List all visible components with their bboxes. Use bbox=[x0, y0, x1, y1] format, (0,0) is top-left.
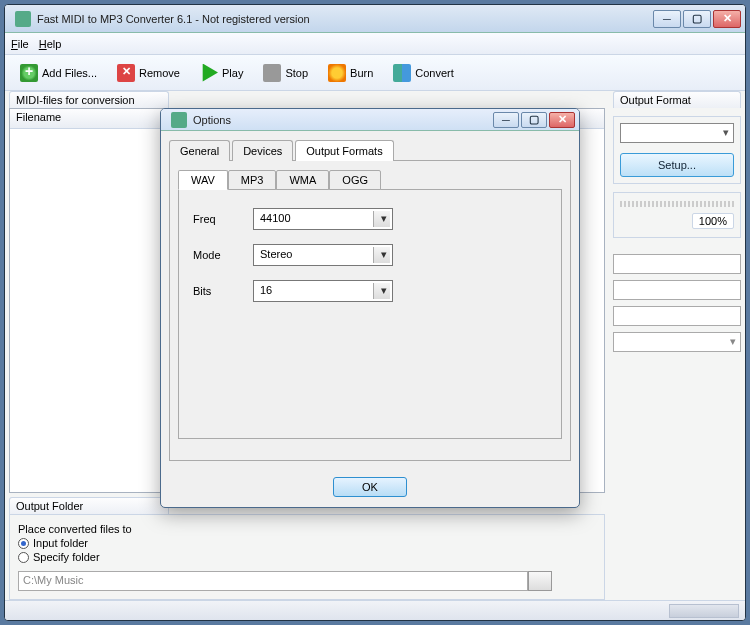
progress-percent: 100% bbox=[692, 213, 734, 229]
add-icon bbox=[20, 64, 38, 82]
progress-panel: 100% bbox=[613, 192, 741, 238]
minimize-button[interactable]: ─ bbox=[653, 10, 681, 28]
close-button[interactable]: ✕ bbox=[713, 10, 741, 28]
radio-icon bbox=[18, 552, 29, 563]
dialog-maximize-button[interactable]: ▢ bbox=[521, 112, 547, 128]
output-folder-panel: Place converted files to Input folder Sp… bbox=[9, 514, 605, 600]
tab-general[interactable]: General bbox=[169, 140, 230, 161]
freq-select[interactable]: 44100 bbox=[253, 208, 393, 230]
radio-specify-folder[interactable]: Specify folder bbox=[18, 551, 596, 563]
convert-button[interactable]: Convert bbox=[384, 59, 463, 87]
tag-combo[interactable] bbox=[613, 332, 741, 352]
main-titlebar[interactable]: Fast MIDI to MP3 Converter 6.1 - Not reg… bbox=[5, 5, 745, 33]
tag-field-1[interactable] bbox=[613, 254, 741, 274]
toolbar: Add Files... Remove Play Stop Burn Conve… bbox=[5, 55, 745, 91]
convert-icon bbox=[393, 64, 411, 82]
menu-help[interactable]: Help bbox=[39, 38, 62, 50]
dialog-close-button[interactable]: ✕ bbox=[549, 112, 575, 128]
formats-panel: WAV MP3 WMA OGG Freq 44100 Mode Stereo B… bbox=[169, 161, 571, 461]
menubar: File Help bbox=[5, 33, 745, 55]
subtab-wav[interactable]: WAV bbox=[178, 170, 228, 190]
browse-button[interactable] bbox=[528, 571, 552, 591]
remove-icon bbox=[117, 64, 135, 82]
stop-button[interactable]: Stop bbox=[254, 59, 317, 87]
progress-bar bbox=[620, 201, 734, 207]
output-format-label: Output Format bbox=[613, 91, 741, 108]
dialog-titlebar[interactable]: Options ─ ▢ ✕ bbox=[161, 109, 579, 131]
tab-output-formats[interactable]: Output Formats bbox=[295, 140, 393, 161]
resize-grip[interactable] bbox=[669, 604, 739, 618]
dialog-minimize-button[interactable]: ─ bbox=[493, 112, 519, 128]
output-path-input[interactable]: C:\My Music bbox=[18, 571, 528, 591]
mode-label: Mode bbox=[193, 249, 253, 261]
midi-files-label: MIDI-files for conversion bbox=[9, 91, 169, 108]
format-combo[interactable] bbox=[620, 123, 734, 143]
remove-button[interactable]: Remove bbox=[108, 59, 189, 87]
maximize-button[interactable]: ▢ bbox=[683, 10, 711, 28]
tag-field-2[interactable] bbox=[613, 280, 741, 300]
subtab-mp3[interactable]: MP3 bbox=[228, 170, 277, 190]
app-icon bbox=[15, 11, 31, 27]
place-converted-label: Place converted files to bbox=[18, 523, 596, 535]
dialog-tabstrip: General Devices Output Formats bbox=[169, 139, 571, 161]
ok-button[interactable]: OK bbox=[333, 477, 407, 497]
output-folder-tab[interactable]: Output Folder bbox=[9, 497, 169, 514]
subtab-wma[interactable]: WMA bbox=[276, 170, 329, 190]
dialog-icon bbox=[171, 112, 187, 128]
stop-icon bbox=[263, 64, 281, 82]
bits-select[interactable]: 16 bbox=[253, 280, 393, 302]
tag-inputs bbox=[613, 254, 741, 352]
tab-devices[interactable]: Devices bbox=[232, 140, 293, 161]
window-title: Fast MIDI to MP3 Converter 6.1 - Not reg… bbox=[37, 13, 653, 25]
subtab-ogg[interactable]: OGG bbox=[329, 170, 381, 190]
radio-icon bbox=[18, 538, 29, 549]
setup-button[interactable]: Setup... bbox=[620, 153, 734, 177]
play-button[interactable]: Play bbox=[191, 59, 252, 87]
options-dialog: Options ─ ▢ ✕ General Devices Output For… bbox=[160, 108, 580, 508]
mode-select[interactable]: Stereo bbox=[253, 244, 393, 266]
freq-label: Freq bbox=[193, 213, 253, 225]
menu-file[interactable]: File bbox=[11, 38, 29, 50]
burn-icon bbox=[328, 64, 346, 82]
tag-field-3[interactable] bbox=[613, 306, 741, 326]
statusbar bbox=[5, 600, 745, 620]
dialog-title: Options bbox=[193, 114, 493, 126]
burn-button[interactable]: Burn bbox=[319, 59, 382, 87]
format-subtabs: WAV MP3 WMA OGG bbox=[178, 169, 562, 189]
radio-input-folder[interactable]: Input folder bbox=[18, 537, 596, 549]
output-format-panel: Setup... bbox=[613, 116, 741, 184]
wav-panel: Freq 44100 Mode Stereo Bits 16 bbox=[178, 189, 562, 439]
play-icon bbox=[200, 64, 218, 82]
add-files-button[interactable]: Add Files... bbox=[11, 59, 106, 87]
bits-label: Bits bbox=[193, 285, 253, 297]
